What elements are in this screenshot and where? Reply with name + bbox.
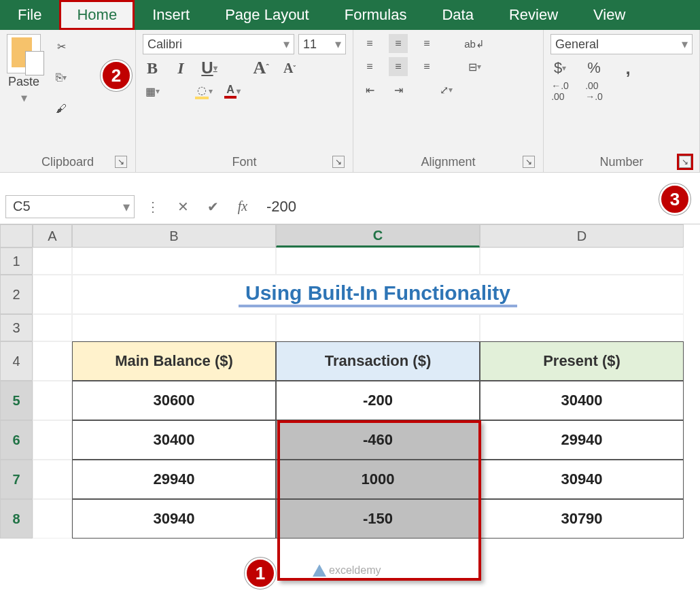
table-cell-selected[interactable]: 1000 [276,460,480,499]
row-header-1[interactable]: 1 [0,248,33,275]
font-name-select[interactable]: Calibri▾ [143,34,294,54]
formula-bar: C5▾ ⋮ ✕ ✔ fx -200 [0,189,700,224]
cell[interactable] [33,381,72,420]
tab-page-layout[interactable]: Page Layout [207,0,327,30]
table-cell-selected[interactable]: -150 [276,499,480,539]
paste-button[interactable]: Paste ▾ [7,34,41,105]
enter-formula-icon[interactable]: ✔ [201,195,224,218]
row-header-7[interactable]: 7 [0,460,33,499]
cell[interactable] [33,248,72,275]
orientation-button[interactable]: ⤢ ▾ [436,80,455,99]
cell[interactable] [276,248,480,275]
tab-formulas[interactable]: Formulas [327,0,425,30]
row-header-3[interactable]: 3 [0,314,33,341]
align-center-icon[interactable]: ≡ [389,57,408,76]
font-color-button[interactable]: A ▾ [223,82,242,101]
align-left-icon[interactable]: ≡ [360,57,379,76]
underline-button[interactable]: U ▾ [200,58,219,78]
increase-indent-icon[interactable]: ⇥ [389,80,408,99]
row-header-8[interactable]: 8 [0,499,33,539]
tab-home[interactable]: Home [59,0,135,30]
increase-decimal-button[interactable]: ←.0.00 [550,82,570,101]
table-cell[interactable]: 29940 [480,420,684,460]
select-all-corner[interactable] [0,224,33,248]
cancel-formula-icon[interactable]: ✕ [171,195,194,218]
col-header-C[interactable]: C [276,224,480,248]
clipboard-dialog-launcher[interactable]: ↘ [115,156,127,168]
decrease-indent-icon[interactable]: ⇤ [360,80,379,99]
grow-font-button[interactable]: Aˆ [251,58,270,78]
table-cell-active[interactable]: -200 [276,381,480,420]
row-header-4[interactable]: 4 [0,341,33,381]
group-label-font: Font ↘ [143,152,346,169]
italic-button[interactable]: I [171,58,190,78]
table-header[interactable]: Transaction ($) [276,341,480,381]
number-format-select[interactable]: General▾ [550,34,693,54]
group-label-number: Number ↘ [550,152,693,169]
fill-color-button[interactable]: ◌ ▾ [194,82,213,101]
borders-button[interactable]: ▦ ▾ [143,82,162,101]
row-header-5[interactable]: 5 [0,381,33,420]
table-cell[interactable]: 30940 [480,460,684,499]
col-header-A[interactable]: A [33,224,72,248]
cut-icon[interactable]: ✂ [52,37,71,56]
group-label-clipboard: Clipboard ↘ [7,152,128,169]
name-box[interactable]: C5▾ [5,195,135,218]
cell[interactable] [33,460,72,499]
wrap-text-button[interactable]: ab↲ [465,34,484,53]
format-painter-icon[interactable]: 🖌 [52,99,71,118]
table-cell[interactable]: 30400 [480,381,684,420]
font-size-select[interactable]: 11▾ [298,34,346,54]
paste-label: Paste [8,75,39,89]
cell[interactable] [33,420,72,460]
callout-3: 3 [659,184,690,215]
cell[interactable] [33,275,72,314]
formula-input[interactable]: -200 [261,195,695,218]
align-right-icon[interactable]: ≡ [417,57,436,76]
row-header-6[interactable]: 6 [0,420,33,460]
cell[interactable] [480,314,684,341]
group-clipboard: Paste ▾ ✂ ⎘ ▾ 🖌 Clipboard ↘ [0,30,136,172]
table-cell[interactable]: 30940 [72,499,276,539]
sheet-title-cell[interactable]: Using Built-In Functionality [72,275,684,314]
tab-review[interactable]: Review [491,0,576,30]
percent-format-button[interactable]: % [584,58,603,78]
accounting-format-button[interactable]: $ ▾ [550,58,570,78]
table-header[interactable]: Present ($) [480,341,684,381]
cell[interactable] [72,314,276,341]
shrink-font-button[interactable]: Aˇ [280,58,299,78]
table-cell-selected[interactable]: -460 [276,420,480,460]
decrease-decimal-button[interactable]: .00→.0 [584,82,603,101]
font-dialog-launcher[interactable]: ↘ [332,156,345,168]
tab-data[interactable]: Data [424,0,491,30]
comma-format-button[interactable]: , [618,58,637,78]
table-cell[interactable]: 29940 [72,460,276,499]
copy-icon[interactable]: ⎘ ▾ [52,68,71,87]
group-number: General▾ $ ▾ % , ←.0.00 .00→.0 Number ↘ [544,30,700,172]
table-cell[interactable]: 30400 [72,420,276,460]
col-header-B[interactable]: B [72,224,276,248]
row-header-2[interactable]: 2 [0,275,33,314]
tab-file[interactable]: File [0,0,59,30]
fx-icon[interactable]: fx [231,195,254,218]
table-cell[interactable]: 30790 [480,499,684,539]
alignment-dialog-launcher[interactable]: ↘ [523,156,535,168]
table-header[interactable]: Main Balance ($) [72,341,276,381]
align-bottom-icon[interactable]: ≡ [417,34,436,53]
align-top-icon[interactable]: ≡ [360,34,379,53]
col-header-D[interactable]: D [480,224,684,248]
cell[interactable] [480,248,684,275]
bold-button[interactable]: B [143,58,162,78]
align-middle-icon[interactable]: ≡ [389,34,408,53]
cell[interactable] [33,314,72,341]
tab-insert[interactable]: Insert [135,0,207,30]
merge-center-button[interactable]: ⊟ ▾ [465,57,484,76]
cell[interactable] [33,341,72,381]
tab-view[interactable]: View [576,0,643,30]
sheet-title: Using Built-In Functionality [239,282,517,307]
number-dialog-launcher[interactable]: ↘ [679,156,691,168]
cell[interactable] [72,248,276,275]
cell[interactable] [276,314,480,341]
table-cell[interactable]: 30600 [72,381,276,420]
cell[interactable] [33,499,72,539]
